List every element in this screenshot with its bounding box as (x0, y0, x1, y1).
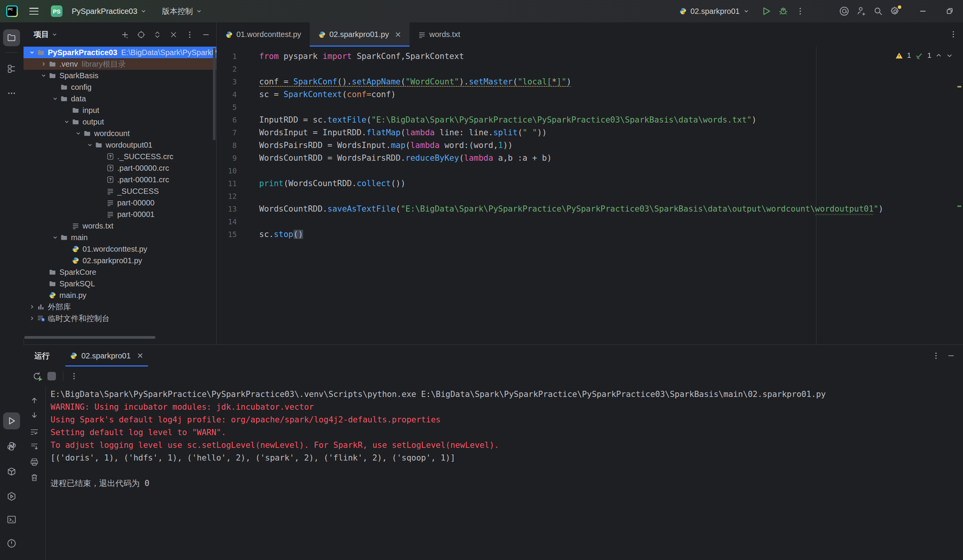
services-tool-button[interactable] (3, 488, 20, 505)
terminal-tool-button[interactable] (3, 511, 20, 528)
tree-item-main-py[interactable]: main.py (24, 289, 216, 301)
run-config-selector[interactable]: 02.sparkpro01 (679, 7, 749, 16)
soft-wrap-icon[interactable] (28, 426, 40, 438)
project-panel-title[interactable]: 项目 (34, 29, 57, 40)
hide-panel-button[interactable] (199, 28, 213, 41)
code-line-3[interactable]: 3conf = SparkConf().setAppName("WordCoun… (217, 75, 963, 88)
tree-item-config[interactable]: config (24, 81, 216, 93)
python-console-tool-button[interactable] (3, 438, 20, 455)
inspections-widget[interactable]: 1 1 (895, 51, 953, 60)
python-packages-tool-button[interactable] (3, 463, 20, 480)
structure-tool-button[interactable] (3, 60, 20, 77)
run-tool-button[interactable] (3, 412, 20, 429)
tab-list-button[interactable] (947, 28, 960, 41)
code-line-2[interactable]: 2 (217, 62, 963, 75)
tree-item-output[interactable]: output (24, 116, 216, 128)
chevron-down-icon[interactable] (84, 142, 95, 148)
code-line-5[interactable]: 5 (217, 101, 963, 113)
clear-icon[interactable] (28, 471, 40, 484)
code-line-14[interactable]: 14 (217, 215, 963, 228)
chevron-down-icon[interactable] (38, 72, 49, 79)
tree-item-pysparkpractice03[interactable]: PySparkPractice03E:\BigData\Spark\PySpar… (24, 47, 216, 58)
tree-item-words-txt[interactable]: words.txt (24, 220, 216, 232)
tree-item-临时文件和控制台[interactable]: 临时文件和控制台 (24, 313, 216, 324)
tree-item-data[interactable]: data (24, 93, 216, 104)
console-output[interactable]: E:\BigData\Spark\PySparkPractice\PySpark… (51, 388, 963, 560)
chevron-right-icon[interactable] (27, 315, 37, 321)
add-user-icon[interactable] (853, 3, 870, 20)
close-icon[interactable]: ✕ (395, 30, 401, 39)
rerun-button[interactable] (32, 371, 42, 381)
stop-button[interactable] (47, 372, 56, 380)
problems-tool-button[interactable] (3, 535, 20, 552)
tree-item-外部库[interactable]: 外部库 (24, 301, 216, 313)
tree-item-part-00000-crc[interactable]: ?.part-00000.crc (24, 162, 216, 174)
tree-item-part-00000[interactable]: part-00000 (24, 197, 216, 209)
editor-tab-01-wordconttest-py[interactable]: 01.wordconttest.py (217, 22, 310, 47)
tree-item-part-00001[interactable]: part-00001 (24, 209, 216, 220)
code-line-8[interactable]: 8WordsPairsRDD = WordsInput.map(lambda w… (217, 139, 963, 151)
code-line-9[interactable]: 9WordsCountRDD = WordsPairsRDD.reduceByK… (217, 151, 963, 164)
tree-item-wordoutput01[interactable]: wordoutput01 (24, 139, 216, 151)
restore-window-button[interactable] (940, 0, 960, 22)
chevron-down-icon[interactable] (50, 96, 60, 102)
vcs-widget[interactable]: 版本控制 (147, 6, 202, 17)
next-problem-icon[interactable] (946, 52, 953, 59)
new-item-button[interactable] (118, 28, 132, 41)
ai-assistant-icon[interactable] (836, 3, 853, 20)
editor-tab-words-txt[interactable]: words.txt (410, 22, 469, 47)
more-options-button[interactable] (70, 372, 78, 380)
tree-item-success[interactable]: _SUCCESS (24, 185, 216, 197)
project-switcher[interactable]: PySparkPractice03 (67, 7, 147, 16)
expand-all-button[interactable] (151, 28, 164, 41)
chevron-down-icon[interactable] (61, 119, 72, 125)
tree-item-sparksql[interactable]: SparkSQL (24, 278, 216, 289)
tree-item-venv[interactable]: .venvlibrary根目录 (24, 58, 216, 70)
arrow-down-icon[interactable] (28, 409, 40, 421)
prev-problem-icon[interactable] (935, 52, 942, 59)
code-line-12[interactable]: 12 (217, 190, 963, 202)
chevron-right-icon[interactable] (38, 61, 49, 67)
collapse-all-button[interactable] (167, 28, 180, 41)
tree-item-sparkcore[interactable]: SparkCore (24, 266, 216, 278)
code-line-6[interactable]: 6InputRDD = sc.textFile("E:\BigData\Spar… (217, 113, 963, 126)
scroll-end-icon[interactable] (28, 441, 40, 453)
tree-item-main[interactable]: main (24, 232, 216, 243)
run-tab[interactable]: 02.sparkpro01 ✕ (65, 345, 148, 367)
settings-icon[interactable] (887, 3, 904, 20)
run-button[interactable] (758, 3, 775, 20)
vertical-scrollbar[interactable] (213, 48, 216, 140)
search-icon[interactable] (870, 3, 887, 20)
more-actions-button[interactable] (792, 3, 809, 20)
code-line-7[interactable]: 7WordsInput = InputRDD.flatMap(lambda li… (217, 126, 963, 139)
project-tool-button[interactable] (3, 29, 20, 46)
code-line-13[interactable]: 13WordsCountRDD.saveAsTextFile("E:\BigDa… (217, 202, 963, 215)
tree-item-success-crc[interactable]: ?._SUCCESS.crc (24, 151, 216, 162)
code-editor[interactable]: 1from pyspark import SparkConf,SparkCont… (217, 47, 963, 345)
tree-item-part-00001-crc[interactable]: ?.part-00001.crc (24, 174, 216, 185)
code-line-11[interactable]: 11print(WordsCountRDD.collect()) (217, 177, 963, 190)
more-tool-windows-button[interactable] (3, 85, 20, 102)
tree-item-01-wordconttest-py[interactable]: 01.wordconttest.py (24, 243, 216, 255)
panel-options-icon[interactable] (932, 352, 940, 360)
tree-item-sparkbasis[interactable]: SparkBasis (24, 70, 216, 81)
hide-panel-icon[interactable] (947, 351, 955, 360)
tree-item-wordcount[interactable]: wordcount (24, 128, 216, 139)
close-icon[interactable]: ✕ (137, 351, 143, 360)
panel-options-button[interactable] (183, 28, 196, 41)
code-line-15[interactable]: 15sc.stop() (217, 228, 963, 240)
chevron-down-icon[interactable] (50, 234, 60, 240)
code-line-10[interactable]: 10 (217, 164, 963, 177)
stripe-warning-mark[interactable] (957, 86, 961, 87)
locate-file-button[interactable] (135, 28, 148, 41)
print-icon[interactable] (28, 456, 40, 468)
code-line-1[interactable]: 1from pyspark import SparkConf,SparkCont… (217, 50, 963, 62)
minimize-window-button[interactable] (913, 0, 933, 22)
chevron-down-icon[interactable] (73, 130, 83, 136)
editor-tab-02-sparkpro01-py[interactable]: 02.sparkpro01.py✕ (310, 22, 410, 47)
chevron-right-icon[interactable] (27, 304, 37, 310)
main-menu-icon[interactable] (29, 8, 39, 15)
tree-item-02-sparkpro01-py[interactable]: 02.sparkpro01.py (24, 255, 216, 266)
tree-item-input[interactable]: input (24, 104, 216, 116)
arrow-up-icon[interactable] (28, 394, 40, 407)
